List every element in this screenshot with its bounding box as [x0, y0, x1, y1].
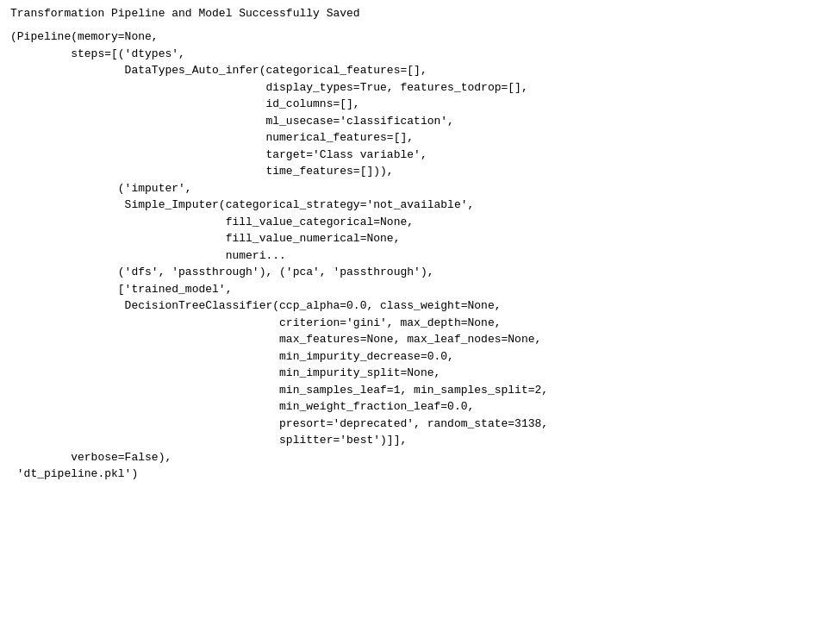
code-content: (Pipeline(memory=None, steps=[('dtypes',… — [10, 30, 548, 480]
title-text: Transformation Pipeline and Model Succes… — [10, 7, 360, 20]
code-block: (Pipeline(memory=None, steps=[('dtypes',… — [10, 28, 813, 483]
title-line: Transformation Pipeline and Model Succes… — [10, 7, 813, 20]
